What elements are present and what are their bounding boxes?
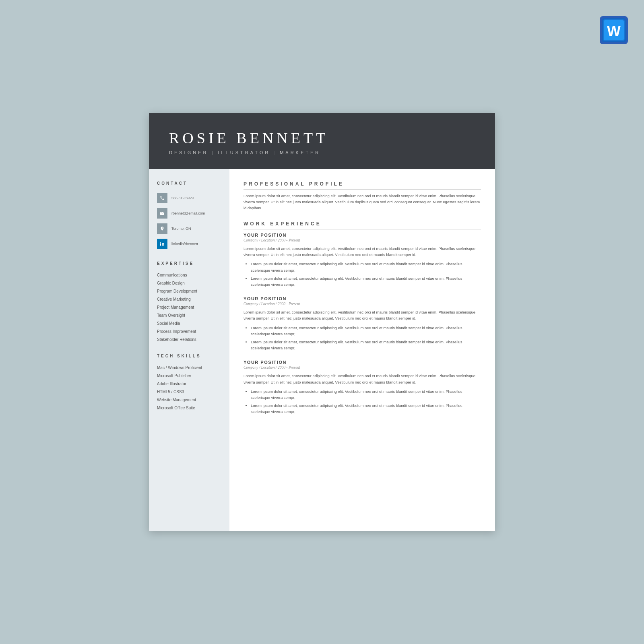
- main-content: PROFESSIONAL PROFILE Lorem ipsum dolor s…: [229, 169, 495, 531]
- job-bullet-item: Lorem ipsum dolor sit amet, consectetur …: [251, 388, 481, 400]
- tech-skills-section: TECH SKILLS Mac / Windows ProficientMicr…: [157, 354, 221, 410]
- location-icon: [157, 223, 167, 234]
- contact-section: CONTACT 555.819.5929 rbennett@email.com: [157, 181, 221, 249]
- job-company: Company / Location / 2000 - Present: [244, 365, 481, 369]
- email-text: rbennett@email.com: [171, 211, 205, 215]
- contact-location: Toronto, ON: [157, 223, 221, 234]
- tech-skill-item: Adobe Illustrator: [157, 382, 221, 386]
- tech-skill-item: Microsoft Office Suite: [157, 406, 221, 410]
- resume-body: CONTACT 555.819.5929 rbennett@email.com: [149, 169, 495, 531]
- linkedin-icon: [157, 239, 167, 249]
- job-bullets-list: Lorem ipsum dolor sit amet, consectetur …: [244, 261, 481, 287]
- tech-skill-item: HTML5 / CSS3: [157, 390, 221, 394]
- job-bullet-item: Lorem ipsum dolor sit amet, consectetur …: [251, 325, 481, 337]
- profile-section-title: PROFESSIONAL PROFILE: [244, 181, 481, 190]
- resume-document: ROSIE BENNETT DESIGNER | ILLUSTRATOR | M…: [149, 113, 495, 531]
- linkedin-text: linkedin/rbennett: [171, 242, 198, 246]
- expertise-skill-item: Program Development: [157, 289, 221, 293]
- job-bullet-item: Lorem ipsum dolor sit amet, consectetur …: [251, 339, 481, 351]
- location-text: Toronto, ON: [171, 227, 191, 231]
- work-experience-title: WORK EXPERIENCE: [244, 221, 481, 229]
- candidate-subtitle: DESIGNER | ILLUSTRATOR | MARKETER: [169, 150, 475, 155]
- contact-email: rbennett@email.com: [157, 208, 221, 219]
- job-title: YOUR POSITION: [244, 233, 481, 237]
- expertise-skill-item: Team Oversight: [157, 313, 221, 318]
- job-description: Lorem ipsum dolor sit amet, consectetur …: [244, 373, 481, 385]
- phone-icon: [157, 193, 167, 203]
- tech-skills-list: Mac / Windows ProficientMicrosoft Publis…: [157, 365, 221, 410]
- expertise-section-title: EXPERTISE: [157, 261, 221, 266]
- expertise-skill-item: Communications: [157, 273, 221, 277]
- email-icon: [157, 208, 167, 219]
- svg-point-5: [160, 242, 161, 243]
- job-bullets-list: Lorem ipsum dolor sit amet, consectetur …: [244, 325, 481, 351]
- job-entry: YOUR POSITIONCompany / Location / 2000 -…: [244, 360, 481, 415]
- contact-phone: 555.819.5929: [157, 193, 221, 203]
- job-bullet-item: Lorem ipsum dolor sit amet, consectetur …: [251, 275, 481, 287]
- job-description: Lorem ipsum dolor sit amet, consectetur …: [244, 309, 481, 321]
- expertise-skill-item: Creative Marketing: [157, 297, 221, 301]
- contact-section-title: CONTACT: [157, 181, 221, 186]
- tech-skill-item: Mac / Windows Proficient: [157, 365, 221, 370]
- tech-skills-section-title: TECH SKILLS: [157, 354, 221, 358]
- professional-profile-section: PROFESSIONAL PROFILE Lorem ipsum dolor s…: [244, 181, 481, 211]
- expertise-skill-item: Project Management: [157, 305, 221, 310]
- job-entries-container: YOUR POSITIONCompany / Location / 2000 -…: [244, 233, 481, 415]
- expertise-skill-item: Social Media: [157, 321, 221, 326]
- resume-header: ROSIE BENNETT DESIGNER | ILLUSTRATOR | M…: [149, 113, 495, 169]
- tech-skill-item: Microsoft Publisher: [157, 374, 221, 378]
- phone-text: 555.819.5929: [171, 196, 194, 200]
- job-description: Lorem ipsum dolor sit amet, consectetur …: [244, 246, 481, 258]
- tech-skill-item: Website Management: [157, 398, 221, 402]
- expertise-skill-item: Stakeholder Relations: [157, 337, 221, 342]
- job-entry: YOUR POSITIONCompany / Location / 2000 -…: [244, 233, 481, 287]
- word-app-icon: W: [600, 16, 628, 44]
- job-bullet-item: Lorem ipsum dolor sit amet, consectetur …: [251, 261, 481, 273]
- job-company: Company / Location / 2000 - Present: [244, 238, 481, 242]
- expertise-skill-item: Graphic Design: [157, 281, 221, 285]
- job-company: Company / Location / 2000 - Present: [244, 302, 481, 306]
- contact-linkedin: linkedin/rbennett: [157, 239, 221, 249]
- profile-text: Lorem ipsum dolor sit amet, consectetur …: [244, 193, 481, 211]
- work-experience-section: WORK EXPERIENCE YOUR POSITIONCompany / L…: [244, 221, 481, 415]
- candidate-name: ROSIE BENNETT: [169, 129, 475, 147]
- expertise-skills-list: CommunicationsGraphic DesignProgram Deve…: [157, 273, 221, 342]
- expertise-skill-item: Process Improvement: [157, 329, 221, 334]
- job-bullets-list: Lorem ipsum dolor sit amet, consectetur …: [244, 388, 481, 415]
- svg-text:W: W: [607, 23, 621, 39]
- job-bullet-item: Lorem ipsum dolor sit amet, consectetur …: [251, 402, 481, 415]
- expertise-section: EXPERTISE CommunicationsGraphic DesignPr…: [157, 261, 221, 342]
- resume-sidebar: CONTACT 555.819.5929 rbennett@email.com: [149, 169, 229, 531]
- job-title: YOUR POSITION: [244, 360, 481, 365]
- job-title: YOUR POSITION: [244, 296, 481, 301]
- job-entry: YOUR POSITIONCompany / Location / 2000 -…: [244, 296, 481, 351]
